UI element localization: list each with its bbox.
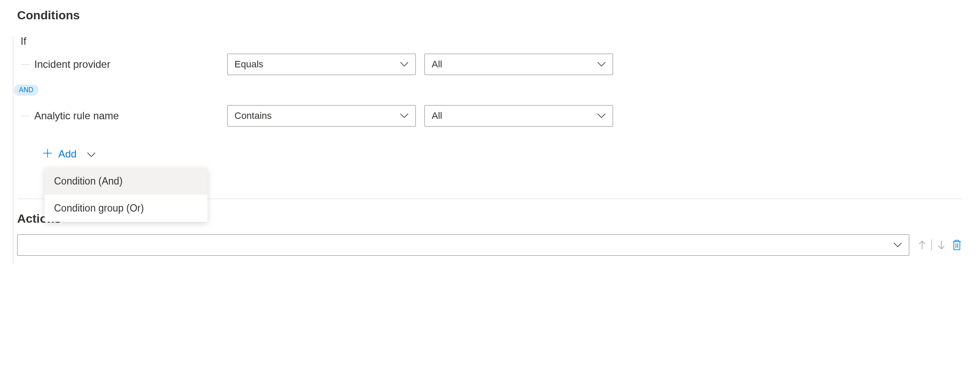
chevron-down-icon [400, 62, 409, 67]
add-label: Add [58, 148, 77, 160]
value-text: All [432, 110, 442, 121]
move-up-button[interactable] [916, 239, 928, 251]
actions-row [17, 234, 963, 256]
chevron-down-icon [597, 62, 606, 67]
condition-field-label: Incident provider [26, 58, 227, 70]
action-select-dropdown[interactable] [17, 234, 909, 256]
add-condition-button[interactable]: Add [43, 144, 96, 164]
and-connector-pill: AND [14, 85, 39, 96]
value-dropdown[interactable]: All [424, 105, 613, 127]
chevron-down-icon [87, 148, 96, 160]
menu-item-condition-group-or[interactable]: Condition group (Or) [45, 195, 207, 222]
tree-connector [21, 116, 30, 116]
chevron-down-icon [597, 113, 606, 118]
tree-line [13, 36, 13, 264]
condition-row: Analytic rule name Contains All [26, 105, 963, 127]
menu-item-condition-and[interactable]: Condition (And) [45, 168, 207, 195]
value-dropdown[interactable]: All [424, 54, 613, 75]
operator-dropdown[interactable]: Equals [227, 54, 416, 75]
separator [932, 239, 932, 251]
conditions-heading: Conditions [17, 9, 963, 22]
operator-dropdown[interactable]: Contains [227, 105, 416, 127]
move-down-button[interactable] [935, 239, 947, 251]
chevron-down-icon [400, 113, 409, 118]
tree-connector [21, 64, 30, 65]
plus-icon [43, 147, 52, 161]
condition-field-label: Analytic rule name [26, 110, 227, 122]
chevron-down-icon [893, 242, 902, 248]
add-dropdown-menu: Condition (And) Condition group (Or) [45, 168, 207, 222]
delete-button[interactable] [951, 239, 963, 251]
condition-row: Incident provider Equals All [26, 54, 963, 75]
if-label: If [21, 35, 963, 47]
value-text: All [432, 59, 442, 70]
operator-value: Contains [234, 110, 272, 121]
conditions-block: AND Incident provider Equals All Analyti… [17, 54, 963, 164]
operator-value: Equals [234, 59, 263, 70]
action-controls [916, 239, 963, 251]
add-row: Add Condition (And) Condition group (Or) [26, 144, 963, 164]
